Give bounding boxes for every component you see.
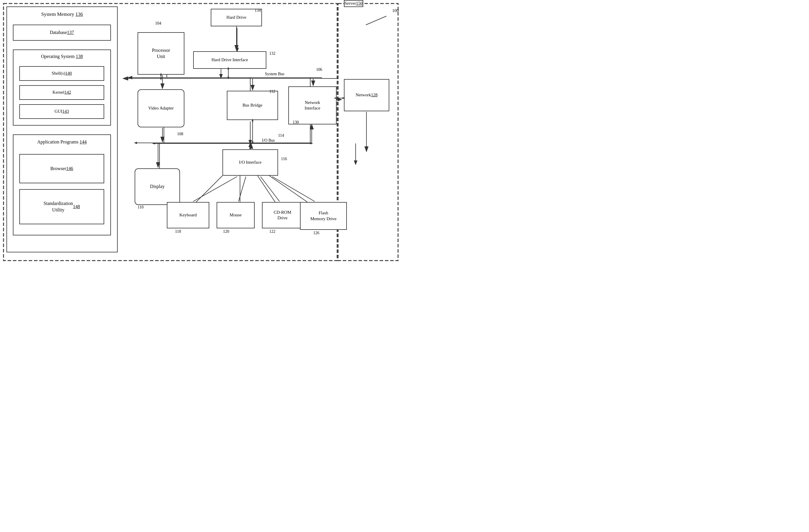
label-132: 132: [269, 51, 275, 56]
kernel-box: Kernel 142: [19, 85, 104, 100]
label-100: 100: [392, 8, 399, 13]
svg-line-57: [272, 176, 315, 202]
hard-drive-interface-box: Hard Drive Interface: [193, 51, 266, 69]
svg-rect-1: [338, 3, 398, 261]
label-114: 114: [278, 133, 284, 138]
gui-box: GUI 143: [19, 104, 104, 119]
label-134: 134: [255, 8, 261, 13]
label-112: 112: [269, 89, 275, 94]
mouse-box: Mouse: [217, 202, 255, 228]
svg-marker-32: [227, 77, 229, 79]
svg-marker-45: [134, 142, 137, 144]
system-bus-label: System Bus: [265, 72, 285, 76]
database-box: Database 137: [13, 24, 111, 41]
svg-marker-15: [152, 142, 155, 144]
label-108: 108: [177, 132, 183, 136]
label-110: 110: [138, 205, 143, 210]
keyboard-box: Keyboard: [167, 202, 209, 228]
io-interface-box: I/O Interface: [222, 149, 278, 176]
display-box: Display: [135, 168, 180, 205]
video-adapter-box: Video Adapter: [138, 89, 184, 127]
bus-bridge-box: Bus Bridge: [227, 91, 278, 120]
label-122: 122: [269, 229, 275, 234]
browser-box: Browser 146: [19, 154, 104, 183]
shells-box: Shell(s) 140: [19, 66, 104, 81]
label-116: 116: [281, 157, 287, 161]
server-box: Server150: [344, 0, 363, 7]
label-126: 126: [313, 231, 319, 235]
operating-system-box: Operating System 138 Shell(s) 140 Kernel…: [13, 50, 111, 126]
hard-drive-box: Hard Drive: [211, 9, 262, 27]
application-programs-box: Application Programs 144 Browser 146 Sta…: [13, 134, 111, 235]
network-interface-box: NetworkInterface: [288, 86, 337, 124]
svg-line-20: [258, 176, 275, 202]
processor-unit-box: ProcessorUnit: [138, 32, 184, 75]
app-programs-title: Application Programs 144: [14, 139, 110, 145]
standardization-utility-box: StandardizationUtility 148: [19, 189, 104, 224]
network-box: Network128: [344, 79, 389, 111]
svg-line-55: [239, 176, 246, 202]
svg-marker-12: [310, 142, 313, 144]
svg-marker-43: [252, 141, 254, 144]
svg-marker-38: [160, 78, 162, 81]
svg-line-54: [193, 176, 237, 202]
svg-line-2: [366, 16, 386, 25]
system-memory-title: System Memory 136: [7, 12, 117, 17]
label-130: 130: [293, 120, 299, 125]
label-106: 106: [316, 67, 322, 72]
flash-memory-box: FlashMemory Drive: [300, 202, 347, 230]
svg-line-21: [269, 176, 307, 202]
svg-line-56: [260, 176, 279, 202]
label-104: 104: [155, 21, 161, 26]
svg-line-18: [196, 176, 222, 202]
svg-marker-11: [152, 142, 155, 144]
system-memory-panel: System Memory 136 Database 137 Operating…: [6, 6, 118, 252]
system-memory-number: 136: [75, 12, 83, 17]
label-118: 118: [175, 229, 181, 234]
os-title: Operating System 138: [14, 54, 110, 60]
diagram-container: System Memory 136 Database 137 Operating…: [0, 0, 404, 266]
label-120: 120: [223, 229, 229, 234]
io-bus-label: I/O Bus: [262, 138, 275, 143]
cdrom-box: CD-ROMDrive: [262, 202, 303, 228]
